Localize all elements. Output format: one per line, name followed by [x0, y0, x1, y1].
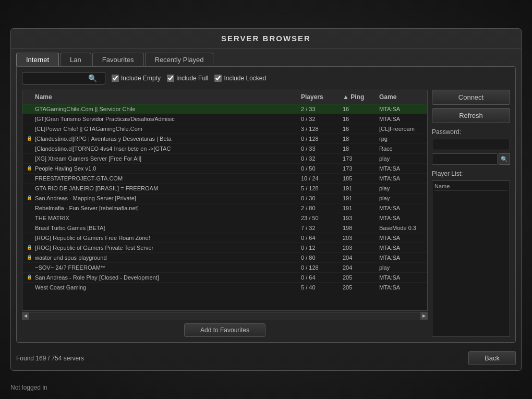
window-title: SERVER BROWSER [11, 29, 521, 49]
lock-icon [22, 184, 31, 193]
table-row[interactable]: Brasil Turbo Games [BETA]7 / 32198BaseMo… [22, 223, 427, 233]
add-favourites-button[interactable]: Add to Favourites [184, 323, 265, 337]
horizontal-scrollbar[interactable]: ◀ ▶ [22, 312, 428, 319]
table-row[interactable]: [CL]Power Chile! || GTAGamingChile.Com3 … [22, 124, 427, 134]
table-row[interactable]: West Coast Gaming5 / 40205MTA:SA [22, 283, 427, 292]
server-name: Brasil Turbo Games [BETA] [31, 223, 297, 233]
col-name[interactable]: Name [31, 92, 297, 102]
server-game: MTA:SA [375, 273, 427, 282]
status-text: Found 169 / 754 servers [16, 355, 84, 362]
table-row[interactable]: [Clandestino.cl]TORNEO 4vs4 Inscribete e… [22, 144, 427, 154]
lock-icon [22, 283, 31, 292]
player-search-button[interactable]: 🔍 [499, 153, 510, 165]
server-ping: 193 [338, 213, 375, 223]
table-row[interactable]: [XG] Xtream Gamers Server [Free For All]… [22, 154, 427, 164]
content-area: 🔍 Include Empty Include Full Include Loc… [16, 66, 516, 343]
server-players: 10 / 24 [297, 174, 338, 183]
password-field[interactable] [432, 139, 510, 150]
include-empty-label[interactable]: Include Empty [112, 75, 161, 82]
table-body[interactable]: GTAGamingChile.Com || Servidor Chile2 / … [22, 104, 427, 292]
server-players: 0 / 32 [297, 114, 338, 124]
server-ping: 203 [338, 243, 375, 252]
tab-lan[interactable]: Lan [60, 53, 91, 66]
refresh-button[interactable]: Refresh [432, 108, 510, 123]
server-name: [ROG] Republic of Gamers Private Test Se… [31, 243, 297, 252]
server-name: [Clandestino.cl]RPG | Aventuras y Desven… [31, 134, 297, 143]
table-row[interactable]: 🔒wastor und spus playground0 / 80204MTA:… [22, 253, 427, 263]
server-name: GTAGamingChile.Com || Servidor Chile [31, 104, 297, 114]
table-row[interactable]: Rebelmafia - Fun Server [rebelmafia.net]… [22, 203, 427, 213]
search-input[interactable] [26, 75, 88, 82]
player-search-row: 🔍 [432, 153, 510, 165]
player-search-input[interactable] [432, 153, 498, 165]
right-panel: Connect Refresh Password: 🔍 Player List:… [432, 90, 510, 337]
col-ping[interactable]: ▲ Ping [338, 92, 375, 102]
tab-recently-played[interactable]: Recently Played [145, 53, 214, 66]
server-game: [CL]Freeroam [375, 124, 427, 134]
lock-icon: 🔒 [22, 164, 31, 173]
table-header: Name Players ▲ Ping Game [22, 90, 427, 104]
server-ping: 173 [338, 154, 375, 163]
server-panel: Name Players ▲ Ping Game GTAGamingChile.… [22, 90, 428, 337]
include-empty-checkbox[interactable] [112, 75, 119, 82]
lock-icon [22, 213, 31, 223]
lock-icon [22, 104, 31, 114]
lock-icon [22, 263, 31, 272]
password-label: Password: [432, 128, 510, 136]
table-row[interactable]: GTA RIO DE JANEIRO [BRASIL] = FREEROAM5 … [22, 184, 427, 194]
server-game: play [375, 194, 427, 203]
table-row[interactable]: GTAGamingChile.Com || Servidor Chile2 / … [22, 104, 427, 114]
table-row[interactable]: 🔒San Andreas - Mapping Server [Private]0… [22, 194, 427, 203]
server-game: MTA:SA [375, 114, 427, 124]
server-ping: 205 [338, 283, 375, 292]
include-full-text: Include Full [176, 75, 208, 82]
server-players: 0 / 33 [297, 144, 338, 153]
server-name: [CL]Power Chile! || GTAGamingChile.Com [31, 124, 297, 134]
include-locked-label[interactable]: Include Locked [214, 75, 266, 82]
lock-icon [22, 233, 31, 243]
server-name: West Coast Gaming [31, 283, 297, 292]
hscroll-track[interactable] [29, 312, 420, 320]
server-players: 2 / 33 [297, 104, 338, 114]
connect-button[interactable]: Connect [432, 90, 510, 105]
back-button[interactable]: Back [468, 351, 516, 365]
include-full-checkbox[interactable] [167, 75, 174, 82]
player-list-box: Name [432, 180, 510, 337]
include-full-label[interactable]: Include Full [167, 75, 208, 82]
table-row[interactable]: THE MATRIX23 / 50193MTA:SA [22, 213, 427, 223]
server-ping: 16 [338, 104, 375, 114]
tab-internet[interactable]: Internet [16, 53, 59, 66]
col-game[interactable]: Game [375, 92, 427, 102]
table-row[interactable]: [ROG] Republic of Gamers Free Roam Zone!… [22, 233, 427, 243]
player-list-label: Player List: [432, 170, 510, 177]
server-name: [GT]Gran Turismo Servidor Practicas/Desa… [31, 114, 297, 124]
server-name: FREESTATEPROJECT-GTA.COM [31, 174, 297, 183]
table-row[interactable]: FREESTATEPROJECT-GTA.COM10 / 24185MTA:SA [22, 174, 427, 184]
hscroll-left-button[interactable]: ◀ [22, 312, 29, 320]
server-players: 0 / 128 [297, 263, 338, 272]
table-row[interactable]: 🔒[ROG] Republic of Gamers Private Test S… [22, 243, 427, 253]
include-locked-checkbox[interactable] [214, 75, 222, 82]
server-players: 3 / 128 [297, 124, 338, 134]
col-players[interactable]: Players [297, 92, 338, 102]
server-name: San Andreas - Mapping Server [Private] [31, 194, 297, 203]
table-row[interactable]: 🔒San Andreas - Role Play [Closed - Devel… [22, 273, 427, 283]
include-empty-text: Include Empty [121, 75, 161, 82]
server-ping: 16 [338, 114, 375, 124]
include-locked-text: Include Locked [224, 75, 266, 82]
server-ping: 204 [338, 263, 375, 272]
add-favourites-section: Add to Favourites [22, 323, 428, 337]
server-ping: 204 [338, 253, 375, 262]
server-name: Rebelmafia - Fun Server [rebelmafia.net] [31, 203, 297, 213]
table-row[interactable]: 🔒People Having Sex v1.00 / 50173MTA:SA [22, 164, 427, 174]
server-game: MTA:SA [375, 174, 427, 183]
hscroll-right-button[interactable]: ▶ [420, 312, 428, 320]
tab-favourites[interactable]: Favourites [92, 53, 144, 66]
search-box: 🔍 [22, 72, 105, 84]
server-game: MTA:SA [375, 253, 427, 262]
table-row[interactable]: 🔒[Clandestino.cl]RPG | Aventuras y Desve… [22, 134, 427, 144]
lock-icon [22, 203, 31, 213]
table-row[interactable]: [GT]Gran Turismo Servidor Practicas/Desa… [22, 114, 427, 124]
table-row[interactable]: ~SOV~ 24/7 FREEROAM**0 / 128204play [22, 263, 427, 273]
lock-icon [22, 144, 31, 153]
